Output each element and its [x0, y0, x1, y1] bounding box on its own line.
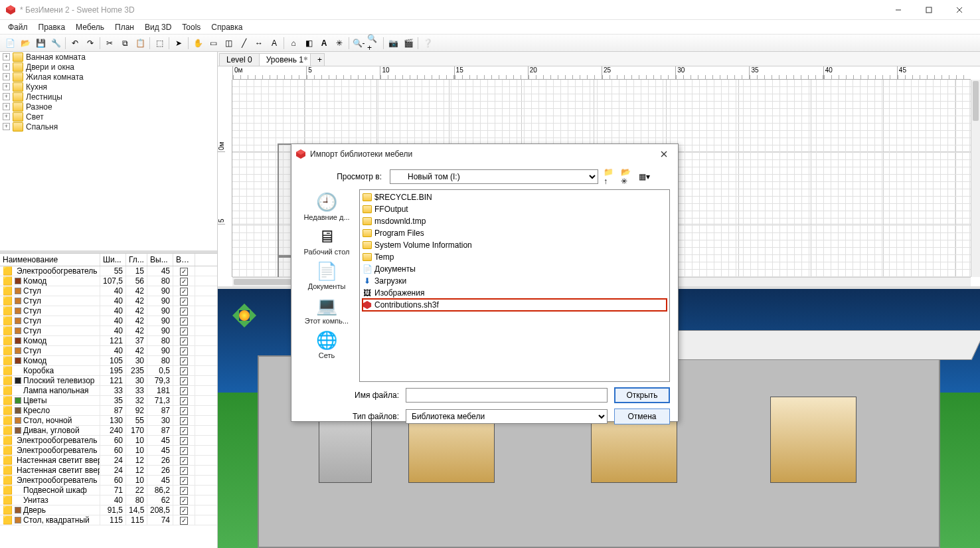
file-list[interactable]: $RECYCLE.BINFFOutputmsdownld.tmpProgram … [359, 189, 670, 382]
filetype-select[interactable]: Библиотека мебели [406, 409, 608, 424]
downloads-icon: ⬇ [363, 276, 372, 286]
svg-marker-10 [363, 301, 371, 309]
file-item[interactable]: $RECYCLE.BIN [363, 191, 667, 203]
images-icon: 🖼 [363, 288, 372, 298]
file-item[interactable]: Temp [363, 251, 667, 263]
recent-icon: 🕘 [315, 192, 339, 212]
place-recent[interactable]: 🕘Недавние д... [303, 192, 349, 221]
view-menu-icon[interactable]: ▦▾ [638, 171, 650, 183]
file-item[interactable]: Contributions.sh3f [363, 299, 667, 311]
folder-icon [363, 229, 372, 237]
computer-icon: 💻 [315, 296, 339, 316]
lookin-select[interactable]: Новый том (I:) [390, 169, 598, 184]
file-item[interactable]: 📄Документы [363, 263, 667, 275]
places-bar: 🕘Недавние д...🖥Рабочий стол📄Документы💻Эт… [299, 189, 354, 382]
place-network[interactable]: 🌐Сеть [315, 330, 339, 359]
file-item[interactable]: 🖼Изображения [363, 287, 667, 299]
file-item[interactable]: FFOutput [363, 203, 667, 215]
documents-icon: 📄 [363, 264, 372, 274]
documents-icon: 📄 [315, 261, 339, 281]
place-desktop[interactable]: 🖥Рабочий стол [303, 227, 349, 256]
file-item[interactable]: System Volume Information [363, 239, 667, 251]
up-folder-icon[interactable]: 📁↑ [604, 171, 615, 183]
dialog-app-icon [295, 149, 306, 159]
cancel-button[interactable]: Отмена [614, 409, 670, 424]
dialog-overlay: Импорт библиотеки мебели Просмотр в: Нов… [0, 0, 980, 548]
folder-icon [363, 205, 372, 213]
dialog-close-button[interactable] [654, 146, 674, 162]
folder-icon [363, 217, 372, 225]
place-computer[interactable]: 💻Этот компь... [305, 296, 349, 325]
dialog-title: Импорт библиотеки мебели [310, 149, 654, 159]
open-button[interactable]: Открыть [614, 387, 670, 403]
folder-icon [363, 241, 372, 249]
file-item[interactable]: Program Files [363, 227, 667, 239]
dialog-titlebar: Импорт библиотеки мебели [291, 144, 678, 164]
folder-icon [363, 253, 372, 261]
sh3f-icon [363, 300, 372, 310]
desktop-icon: 🖥 [315, 227, 339, 246]
place-documents[interactable]: 📄Документы [308, 261, 346, 290]
filetype-label: Тип файлов: [299, 412, 399, 421]
network-icon: 🌐 [315, 330, 339, 350]
file-item[interactable]: msdownld.tmp [363, 215, 667, 227]
import-library-dialog: Импорт библиотеки мебели Просмотр в: Нов… [291, 143, 679, 422]
filename-input[interactable] [406, 388, 608, 403]
filename-label: Имя файла: [299, 391, 399, 400]
file-item[interactable]: ⬇Загрузки [363, 275, 667, 287]
folder-icon [363, 193, 372, 201]
new-folder-icon[interactable]: 📂✳ [621, 171, 633, 183]
lookin-label: Просмотр в: [326, 172, 384, 181]
